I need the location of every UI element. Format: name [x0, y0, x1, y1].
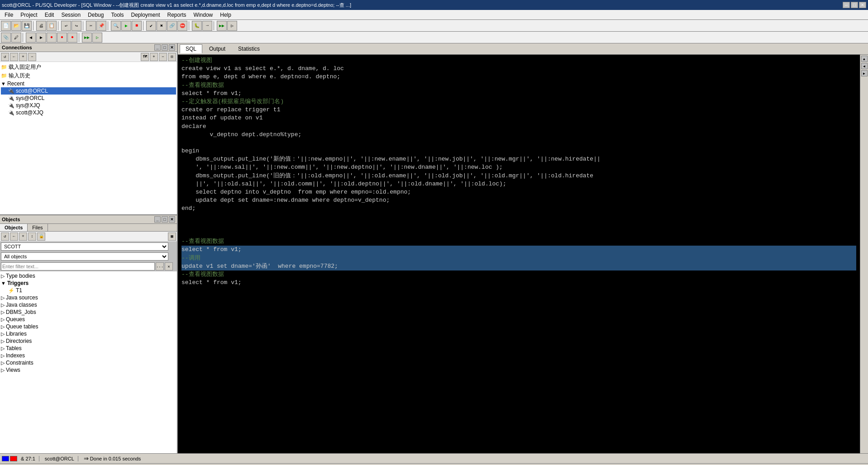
minimize-button[interactable]: ─	[843, 2, 850, 8]
menu-item-edit[interactable]: Edit	[41, 11, 58, 19]
list-item[interactable]: ▷Libraries	[1, 330, 176, 337]
list-item[interactable]: ▼Triggers	[1, 280, 176, 287]
objects-minimize-btn[interactable]: _	[154, 216, 161, 223]
list-item[interactable]: ⚡T1	[1, 287, 176, 294]
list-item[interactable]: ▷Queues	[1, 316, 176, 323]
menu-item-deployment[interactable]: Deployment	[127, 11, 163, 19]
list-item[interactable]: 📁输入历史	[1, 71, 176, 80]
tb-open-btn[interactable]: 📂	[11, 21, 21, 31]
tab-statistics[interactable]: Statistics	[232, 44, 266, 53]
list-item[interactable]: ▷Java classes	[1, 301, 176, 308]
tb-commit-btn[interactable]: ✔	[146, 21, 156, 31]
list-item[interactable]: ▷Type bodies	[1, 272, 176, 280]
tb-run-btn[interactable]: ▶▶	[217, 21, 227, 31]
conn-zoom-in-btn[interactable]: +	[150, 53, 158, 61]
conn-refresh-btn[interactable]: ↺	[1, 53, 9, 61]
conn-back-btn[interactable]: ←	[10, 53, 18, 61]
tab-files[interactable]: Files	[28, 224, 48, 231]
tb2-btn2[interactable]: 🖊	[11, 33, 21, 43]
rs-btn-3[interactable]: ▶	[861, 70, 868, 76]
close-button[interactable]: ✕	[859, 2, 866, 8]
tb-exec-btn[interactable]: ▶	[121, 21, 131, 31]
list-item[interactable]: ▷Tables	[1, 345, 176, 352]
tb-print-btn[interactable]: 🖨	[36, 21, 46, 31]
obj-add-btn[interactable]: +	[19, 232, 27, 241]
tb-copy-btn[interactable]: 📋	[47, 21, 57, 31]
tb-cut-btn[interactable]: ✂	[86, 21, 96, 31]
tb-redo-btn[interactable]: ↪	[72, 21, 81, 31]
menu-item-reports[interactable]: Reports	[164, 11, 190, 19]
sql-editor[interactable]: --创建视图create view v1 as select e.*, d. d…	[178, 55, 860, 453]
menu-item-session[interactable]: Session	[57, 11, 84, 19]
tab-objects[interactable]: Objects	[0, 224, 28, 231]
menu-item-tools[interactable]: Tools	[107, 11, 127, 19]
conn-map-btn[interactable]: 🗺	[141, 53, 149, 61]
tab-output[interactable]: Output	[203, 44, 231, 53]
right-sidebar: ▲ ◀ ▶	[860, 55, 868, 453]
restore-button[interactable]: □	[851, 2, 858, 8]
tree-label: Java sources	[6, 294, 38, 301]
tb-run2-btn[interactable]: ▷	[227, 21, 237, 31]
tb2-btn4[interactable]: ▶	[36, 33, 46, 43]
menu-item-help[interactable]: Help	[216, 11, 235, 19]
conn-remove-btn[interactable]: −	[28, 53, 36, 61]
tb-connect-btn[interactable]: 🔗	[167, 21, 177, 31]
filter-select[interactable]: All objects	[1, 252, 168, 261]
tb-step-btn[interactable]: →	[202, 21, 212, 31]
tb-paste-btn[interactable]: 📌	[96, 21, 106, 31]
filter-search-btn[interactable]: ...	[156, 262, 164, 270]
tb-debug-btn[interactable]: 🐛	[192, 21, 202, 31]
list-item[interactable]: ▷DBMS_Jobs	[1, 308, 176, 316]
tb-find-btn[interactable]: 🔍	[111, 21, 121, 31]
obj-back-btn[interactable]: ←	[10, 232, 18, 241]
obj-lock-btn[interactable]: 🔒	[37, 232, 45, 241]
list-item[interactable]: 🔌sys@ORCL	[1, 95, 176, 102]
list-item[interactable]: ▷Indexes	[1, 352, 176, 359]
rs-btn-2[interactable]: ◀	[861, 63, 868, 69]
list-item[interactable]: 🔌scott@XJQ	[1, 109, 176, 116]
tree-label: 输入历史	[9, 72, 30, 80]
objects-restore-btn[interactable]: □	[162, 216, 168, 223]
tb-new-btn[interactable]: 📄	[1, 21, 11, 31]
tb2-btn3[interactable]: ◀	[26, 33, 36, 43]
list-item[interactable]: ▷Constraints	[1, 359, 176, 366]
tb2-btn1[interactable]: 📎	[1, 33, 11, 43]
menu-item-file[interactable]: File	[1, 11, 17, 19]
schema-select[interactable]: SCOTT	[1, 242, 168, 251]
list-item[interactable]: 📁载入固定用户	[1, 63, 176, 71]
tb-disconnect-btn[interactable]: ⛔	[177, 21, 187, 31]
connections-minimize-btn[interactable]: _	[154, 44, 161, 51]
conn-zoom-out-btn[interactable]: −	[159, 53, 167, 61]
objects-close-btn[interactable]: ✕	[169, 216, 175, 223]
obj-grid-btn[interactable]: ▦	[168, 232, 176, 241]
tb2-btn7[interactable]: ●	[67, 33, 77, 43]
list-item[interactable]: ▼Recent	[1, 80, 176, 87]
list-item[interactable]: ▷Views	[1, 366, 176, 374]
menu-item-project[interactable]: Project	[17, 11, 41, 19]
menu-item-window[interactable]: Window	[190, 11, 217, 19]
connections-close-btn[interactable]: ✕	[169, 44, 175, 51]
list-item[interactable]: ▷Java sources	[1, 294, 176, 301]
list-item[interactable]: ▷Directories	[1, 337, 176, 345]
tab-sql[interactable]: SQL	[180, 44, 202, 53]
tb-rollback-btn[interactable]: ✖	[157, 21, 167, 31]
menu-item-debug[interactable]: Debug	[84, 11, 107, 19]
list-item[interactable]: ▷Queue tables	[1, 323, 176, 330]
list-item[interactable]: 🔌scott@ORCL	[1, 87, 176, 95]
conn-add-btn[interactable]: +	[19, 53, 27, 61]
list-item[interactable]: 🔌sys@XJQ	[1, 102, 176, 109]
tb2-btn5[interactable]: ●	[47, 33, 57, 43]
tb2-btn6[interactable]: ●	[57, 33, 67, 43]
rs-btn-1[interactable]: ▲	[861, 56, 868, 62]
obj-refresh-btn[interactable]: ↺	[1, 232, 9, 241]
obj-sort-btn[interactable]: ↕	[28, 232, 36, 241]
tb-undo-btn[interactable]: ↩	[61, 21, 71, 31]
tb2-exec-all[interactable]: ▶▶	[82, 33, 92, 43]
tb2-exec-sel[interactable]: ▷	[92, 33, 102, 43]
connections-restore-btn[interactable]: □	[162, 44, 168, 51]
conn-zoom-fit-btn[interactable]: ⊡	[168, 53, 176, 61]
tb-save-btn[interactable]: 💾	[22, 21, 32, 31]
filter-clear-btn[interactable]: ✕	[165, 262, 173, 270]
filter-input[interactable]	[1, 262, 155, 270]
tb-stop-btn[interactable]: ■	[132, 21, 142, 31]
